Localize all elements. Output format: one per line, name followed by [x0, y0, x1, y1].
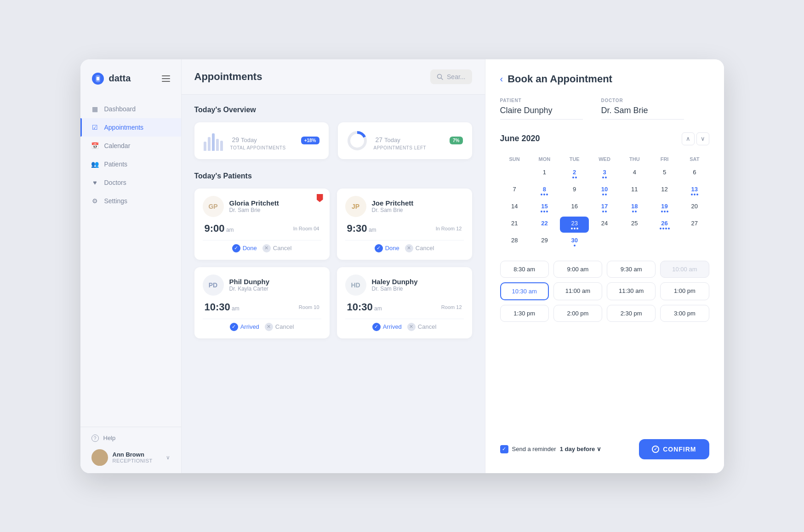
calendar-day[interactable]: 19: [650, 200, 679, 216]
calendar-dot: [632, 211, 634, 212]
calendar-day[interactable]: 2: [560, 166, 589, 182]
patient-card: JP Joe Pritchett Dr. Sam Brie 9:30 am In…: [337, 189, 472, 260]
calendar-day[interactable]: 20: [680, 200, 709, 216]
sidebar-item-appointments[interactable]: ☑ Appointments: [80, 118, 181, 137]
time-slot[interactable]: 3:00 pm: [660, 305, 709, 322]
patient-room: Room 10: [299, 304, 319, 310]
time-slot[interactable]: 1:00 pm: [660, 282, 709, 300]
help-item[interactable]: ? Help: [91, 435, 170, 442]
time-slot[interactable]: 10:30 am: [500, 282, 549, 300]
calendar-day[interactable]: 30: [560, 234, 589, 250]
patient-name: Haley Dunphy: [372, 278, 418, 286]
calendar-day[interactable]: 24: [590, 217, 619, 233]
reminder-days[interactable]: 1 day before ∨: [560, 446, 602, 452]
calendar-next-button[interactable]: ∨: [696, 132, 709, 145]
calendar-day[interactable]: 8: [530, 183, 559, 199]
calendar-day[interactable]: 17: [590, 200, 619, 216]
action-cancel-button[interactable]: ✕ Cancel: [407, 323, 436, 331]
calendar-day-header: SUN: [500, 154, 529, 165]
calendar-day[interactable]: 14: [500, 200, 529, 216]
time-slot[interactable]: 2:00 pm: [553, 305, 602, 322]
calendar-day[interactable]: 18: [620, 200, 649, 216]
calendar-day[interactable]: 12: [650, 183, 679, 199]
confirm-button[interactable]: ✓ CONFIRM: [639, 439, 709, 459]
calendar-day[interactable]: 13: [680, 183, 709, 199]
calendar-nav: ∧ ∨: [682, 132, 709, 145]
time-slot[interactable]: 11:00 am: [553, 282, 602, 300]
patient-avatar: GP: [203, 196, 224, 217]
calendar-day[interactable]: 28: [500, 234, 529, 250]
sidebar-item-calendar[interactable]: 📅 Calendar: [80, 137, 181, 155]
calendar-day[interactable]: 1: [530, 166, 559, 182]
panel-footer: ✓ Send a reminder 1 day before ∨ ✓ CONFI…: [500, 432, 709, 459]
sidebar: datta ▦ Dashboard ☑ Appointments 📅 Calen…: [80, 59, 182, 473]
action-cancel-button[interactable]: ✕ Cancel: [405, 244, 434, 252]
sidebar-item-settings[interactable]: ⚙ Settings: [80, 192, 181, 210]
time-slot[interactable]: 1:30 pm: [500, 305, 549, 322]
calendar-day[interactable]: 16: [560, 200, 589, 216]
action-done-button[interactable]: ✓ Arrived: [372, 323, 402, 331]
calendar-day[interactable]: 4: [620, 166, 649, 182]
calendar-day[interactable]: 29: [530, 234, 559, 250]
heart-icon: ♥: [91, 179, 99, 186]
sidebar-item-dashboard[interactable]: ▦ Dashboard: [80, 100, 181, 118]
calendar-day[interactable]: 27: [680, 217, 709, 233]
main-content: Appointments Sear... Today's Overview: [182, 59, 485, 473]
calendar-day[interactable]: 21: [500, 217, 529, 233]
time-slot[interactable]: 9:30 am: [607, 261, 656, 278]
time-slot[interactable]: 11:30 am: [607, 282, 656, 300]
time-slot[interactable]: 9:00 am: [553, 261, 602, 278]
hamburger-button[interactable]: [162, 75, 170, 82]
calendar-day[interactable]: 22: [530, 217, 559, 233]
patient-actions: ✓ Arrived ✕ Cancel: [345, 319, 464, 331]
calendar-dot: [543, 211, 545, 212]
calendar-day[interactable]: 9: [560, 183, 589, 199]
calendar-day[interactable]: 3: [590, 166, 619, 182]
app-name: datta: [109, 73, 131, 84]
patient-doctor: Dr. Sam Brie: [372, 286, 418, 292]
calendar-day[interactable]: 11: [620, 183, 649, 199]
calendar-day[interactable]: 5: [650, 166, 679, 182]
confirm-label: CONFIRM: [663, 446, 696, 453]
action-done-button[interactable]: ✓ Done: [375, 244, 399, 252]
sidebar-item-patients[interactable]: 👥 Patients: [80, 155, 181, 173]
panel-title: Book an Appointment: [507, 73, 612, 85]
calendar-day[interactable]: 6: [680, 166, 709, 182]
reminder-checkbox[interactable]: ✓: [500, 445, 508, 453]
action-done-button[interactable]: ✓ Arrived: [230, 323, 259, 331]
user-avatar: [91, 449, 108, 466]
time-slot[interactable]: 8:30 am: [500, 261, 549, 278]
calendar-day[interactable]: 15: [530, 200, 559, 216]
datta-logo-icon: [91, 72, 104, 85]
patient-time: 10:30 am: [347, 301, 382, 313]
sidebar-item-doctors[interactable]: ♥ Doctors: [80, 173, 181, 192]
calendar-day-header: SAT: [680, 154, 709, 165]
patient-room: In Room 04: [293, 226, 319, 231]
calendar-day-header: THU: [620, 154, 649, 165]
calendar-dot: [691, 194, 693, 195]
calendar-dot: [602, 211, 604, 212]
bar-4: [216, 139, 219, 151]
calendar-day[interactable]: 25: [620, 217, 649, 233]
calendar-prev-button[interactable]: ∧: [682, 132, 695, 145]
sidebar-item-label: Patients: [104, 160, 128, 168]
stat-label-total: TOTAL APPOINTMENTS: [230, 145, 295, 150]
calendar-day[interactable]: 23: [560, 217, 589, 233]
calendar-dot: [661, 211, 663, 212]
search-box[interactable]: Sear...: [430, 69, 472, 84]
cancel-icon: ✕: [262, 244, 271, 252]
calendar-dot: [574, 245, 576, 246]
calendar-day[interactable]: 7: [500, 183, 529, 199]
action-cancel-button[interactable]: ✕ Cancel: [262, 244, 291, 252]
calendar-day[interactable]: 10: [590, 183, 619, 199]
calendar-dot: [541, 211, 542, 212]
back-button[interactable]: ‹: [500, 74, 503, 84]
user-card[interactable]: Ann Brown RECEPTIONIST ∨: [91, 449, 170, 466]
action-cancel-button[interactable]: ✕ Cancel: [265, 323, 294, 331]
calendar-dot: [664, 211, 666, 212]
action-done-button[interactable]: ✓ Done: [232, 244, 257, 252]
calendar-day[interactable]: 26: [650, 217, 679, 233]
cancel-icon: ✕: [405, 244, 413, 252]
time-slot[interactable]: 2:30 pm: [607, 305, 656, 322]
patient-time: 9:00 am: [205, 223, 234, 235]
